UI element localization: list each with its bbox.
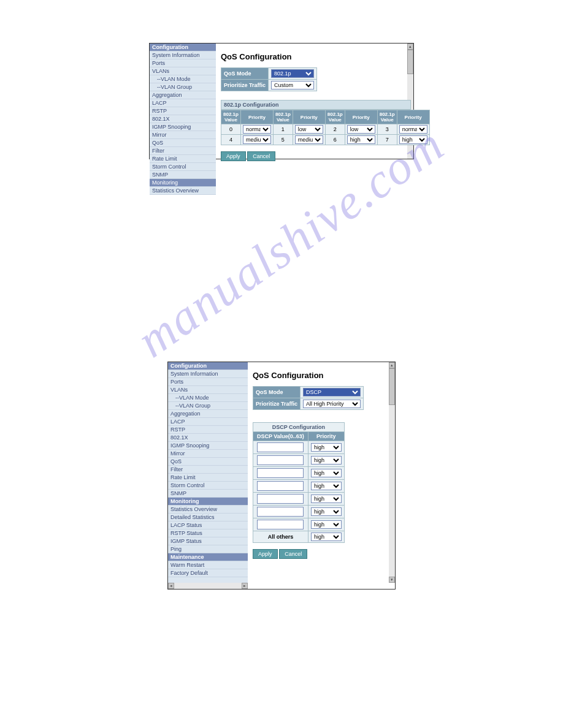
priority-select[interactable]: high <box>399 135 427 144</box>
sidebar-item[interactable]: Aggregation <box>150 91 216 99</box>
sidebar-item[interactable]: --VLAN Mode <box>168 394 248 402</box>
value-cell: 3 <box>377 124 397 135</box>
sidebar-item[interactable]: SNMP <box>168 490 248 498</box>
sidebar-item[interactable]: LACP <box>150 99 216 107</box>
sidebar-item[interactable]: Rate Limit <box>150 155 216 163</box>
sidebar-item[interactable]: Storm Control <box>150 163 216 171</box>
sidebar-item[interactable]: Monitoring <box>150 179 216 187</box>
priority-select[interactable]: high <box>347 135 375 144</box>
dscp-value-input[interactable] <box>257 468 304 478</box>
dscp-value-input[interactable] <box>257 455 304 465</box>
dscp-table: DSCP Configuration DSCP Value(0..63) Pri… <box>253 422 345 543</box>
sidebar-item[interactable]: RSTP <box>150 107 216 115</box>
sidebar-item[interactable]: VLANs <box>168 386 248 394</box>
qos-mode-select[interactable]: 802.1p <box>271 69 314 78</box>
cancel-button[interactable]: Cancel <box>247 151 275 161</box>
priority-select[interactable]: normal <box>243 125 271 134</box>
prioritize-select[interactable]: All High Priority <box>303 400 361 408</box>
scroll-left-icon[interactable]: ◂ <box>168 583 174 589</box>
sidebar-item[interactable]: IGMP Snooping <box>150 123 216 131</box>
sidebar-item[interactable]: IGMP Status <box>168 537 248 545</box>
dscp-value-input[interactable] <box>257 442 304 452</box>
sidebar-item[interactable]: 802.1X <box>150 115 216 123</box>
dscp-priority-select[interactable]: high <box>311 482 342 490</box>
value-cell: 5 <box>273 135 293 145</box>
sidebar-item[interactable]: Factory Default <box>168 569 248 577</box>
sidebar-item[interactable]: LACP Status <box>168 521 248 529</box>
sidebar-item[interactable]: Aggregation <box>168 410 248 418</box>
col-priority: Priority <box>240 110 273 124</box>
sidebar-item[interactable]: IGMP Snooping <box>168 442 248 450</box>
screenshot-panel-1: ConfigurationSystem InformationPortsVLAN… <box>149 43 414 159</box>
priority-select[interactable]: medium <box>295 135 323 144</box>
sidebar-item[interactable]: 802.1X <box>168 434 248 442</box>
sidebar-item[interactable]: Rate Limit <box>168 474 248 482</box>
scroll-right-icon[interactable]: ▸ <box>242 583 248 589</box>
sidebar-item[interactable]: Mirror <box>150 131 216 139</box>
page-title: QoS Configuration <box>221 52 408 61</box>
sidebar-item[interactable]: --VLAN Mode <box>150 75 216 83</box>
sidebar-item[interactable]: --VLAN Group <box>168 402 248 410</box>
sidebar-item[interactable]: --VLAN Group <box>150 83 216 91</box>
dscp-col-priority: Priority <box>308 432 344 441</box>
sidebar-item[interactable]: Detailed Statistics <box>168 514 248 521</box>
dscp-value-input[interactable] <box>257 520 304 529</box>
sidebar-item[interactable]: VLANs <box>150 67 216 75</box>
qos-mode-label: QoS Mode <box>253 387 301 398</box>
prioritize-label: Prioritize Traffic <box>253 398 301 410</box>
sidebar-item[interactable]: Maintenance <box>168 553 248 561</box>
sidebar-item[interactable]: LACP <box>168 418 248 426</box>
sidebar-item[interactable]: Filter <box>168 466 248 474</box>
sidebar-item[interactable]: Monitoring <box>168 498 248 506</box>
apply-button[interactable]: Apply <box>221 151 246 161</box>
dscp-priority-select[interactable]: high <box>311 507 342 516</box>
sidebar-item[interactable]: Configuration <box>150 44 216 51</box>
value-cell: 7 <box>377 135 397 145</box>
dscp-value-input[interactable] <box>257 507 304 517</box>
sidebar-item[interactable]: RSTP <box>168 426 248 434</box>
sidebar-item[interactable]: Configuration <box>168 362 248 370</box>
sidebar-item[interactable]: System Information <box>150 51 216 59</box>
content-area: QoS Configuration QoS Mode DSCP Prioriti… <box>248 362 395 589</box>
sidebar-item[interactable]: Filter <box>150 147 216 155</box>
col-priority: Priority <box>345 110 377 124</box>
sidebar-item[interactable]: Ports <box>150 59 216 67</box>
dscp-caption: DSCP Configuration <box>253 423 345 432</box>
value-cell: 2 <box>325 124 345 135</box>
sidebar-item[interactable]: Storm Control <box>168 482 248 490</box>
sidebar-item[interactable]: Mirror <box>168 450 248 458</box>
priority-select[interactable]: low <box>295 125 323 134</box>
horizontal-scrollbar[interactable]: ◂ ▸ <box>168 583 248 589</box>
priority-select[interactable]: low <box>347 125 375 134</box>
prioritize-select[interactable]: Custom <box>271 81 314 89</box>
qos-mode-label: QoS Mode <box>221 68 269 80</box>
all-others-label: All others <box>253 531 308 543</box>
sidebar-item[interactable]: Ping <box>168 545 248 553</box>
all-others-priority-select[interactable]: high <box>311 533 342 541</box>
sidebar-item[interactable]: QoS <box>168 458 248 466</box>
col-value: 802.1p Value <box>273 110 293 124</box>
dscp-value-input[interactable] <box>257 481 304 491</box>
priority-select[interactable]: medium <box>243 135 271 144</box>
prioritize-label: Prioritize Traffic <box>221 80 269 91</box>
cancel-button[interactable]: Cancel <box>279 549 307 559</box>
sidebar-item[interactable]: SNMP <box>150 171 216 179</box>
dscp-priority-select[interactable]: high <box>311 520 342 529</box>
sidebar-item[interactable]: Warm Restart <box>168 561 248 569</box>
sidebar-item[interactable]: Statistics Overview <box>168 506 248 514</box>
sidebar-item[interactable]: RSTP Status <box>168 529 248 537</box>
dscp-priority-select[interactable]: high <box>311 443 342 452</box>
qos-mode-table: QoS Mode 802.1p Prioritize Traffic Custo… <box>221 67 317 91</box>
sidebar-item[interactable]: System Information <box>168 370 248 378</box>
sidebar: ConfigurationSystem InformationPortsVLAN… <box>150 44 216 159</box>
dscp-priority-select[interactable]: high <box>311 456 342 464</box>
sidebar-item[interactable]: QoS <box>150 139 216 147</box>
apply-button[interactable]: Apply <box>253 549 278 559</box>
priority-select[interactable]: normal <box>399 125 427 134</box>
sidebar-item[interactable]: Ports <box>168 378 248 386</box>
dscp-priority-select[interactable]: high <box>311 469 342 477</box>
qos-mode-select[interactable]: DSCP <box>303 388 361 396</box>
sidebar-item[interactable]: Statistics Overview <box>150 187 216 195</box>
dscp-priority-select[interactable]: high <box>311 495 342 503</box>
dscp-value-input[interactable] <box>257 494 304 504</box>
